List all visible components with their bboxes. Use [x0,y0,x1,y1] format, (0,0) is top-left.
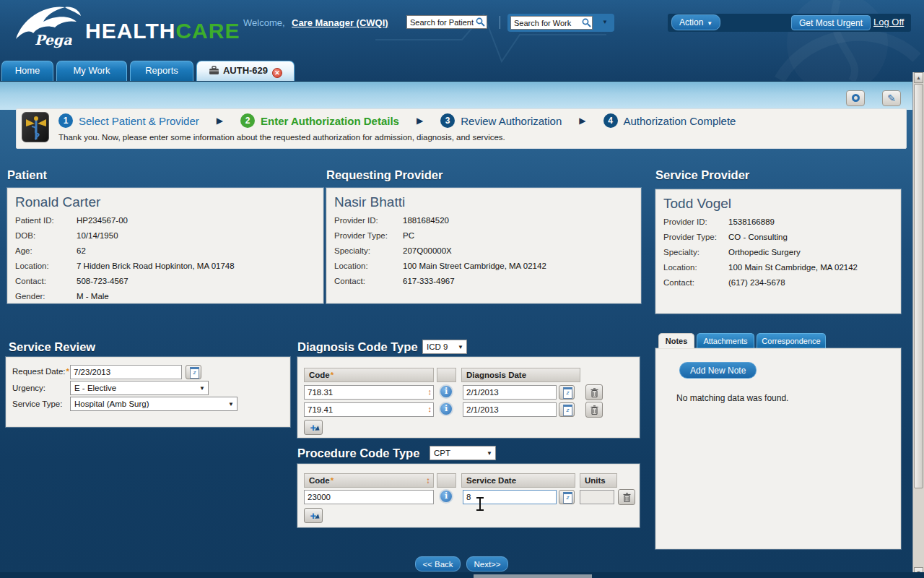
scroll-up-icon[interactable]: ▲ [914,72,923,83]
delete-diagnosis-row-icon-1[interactable] [585,384,603,400]
field-label: Location: [334,262,403,270]
field-value: 617-333-4967 [403,277,633,285]
tab-correspondence[interactable]: Correspondence [757,333,826,348]
delete-diagnosis-row-icon-2[interactable] [585,402,603,418]
next-button[interactable]: Next>> [466,556,508,571]
diagnosis-date-input-2[interactable] [463,402,557,417]
step-authorization-complete[interactable]: 4Authorization Complete [603,113,736,128]
procedure-code-column-header: Code*↕ [304,473,434,488]
diagnosis-code-input-1[interactable] [304,385,434,400]
diagnosis-date-calendar-icon-1[interactable] [559,385,575,400]
header-divider [500,16,500,29]
field-label: Specialty: [334,246,403,255]
field-value: Orthopedic Surgery [728,248,873,256]
service-type-select[interactable]: Hospital (Amb Surg) [70,397,237,411]
units-input[interactable] [580,490,614,504]
patient-panel: Ronald Carter Patient ID:HP234567-00 DOB… [7,188,323,303]
field-value: 1538166889 [728,217,873,226]
wizard-instruction-text: Thank you. Now, please enter some inform… [58,133,505,142]
get-most-urgent-button[interactable]: Get Most Urgent [791,15,871,30]
tab-my-work[interactable]: My Work [56,61,127,81]
service-date-input[interactable] [463,490,557,504]
back-button[interactable]: << Back [415,556,461,571]
diagnosis-date-input-1[interactable] [463,385,557,400]
tab-attachments[interactable]: Attachments [697,333,754,348]
no-data-message: No matching data was found. [676,393,788,403]
step-select-patient-provider[interactable]: 1Select Patient & Provider [58,113,199,128]
procedure-info-icon[interactable]: i [439,489,453,504]
procedure-code-input[interactable] [304,490,434,504]
search-work-input[interactable] [510,16,593,30]
delete-procedure-row-icon[interactable] [618,489,635,505]
step-enter-authorization-details[interactable]: 2Enter Authorization Details [240,113,399,128]
patient-section-title: Patient [7,168,47,182]
diagnosis-info-icon-1[interactable]: i [439,384,453,399]
tab-auth-629[interactable]: AUTH-629✕ [196,61,295,81]
tab-notes[interactable]: Notes [658,333,694,348]
field-value: 1881684520 [403,216,633,225]
field-label: Provider Type: [663,233,728,241]
service-review-panel: Request Date:* Urgency: E - Elective Ser… [6,357,290,427]
tab-reports[interactable]: Reports [130,61,193,81]
caduceus-icon [22,112,49,142]
sub-header-band: ✎ [0,81,924,110]
scrollbar-thumb[interactable] [914,84,923,488]
search-work-dropdown-icon[interactable]: ▼ [598,17,611,27]
search-work-icon[interactable] [582,18,591,27]
briefcase-icon [209,63,219,82]
service-review-section-title: Service Review [9,340,95,354]
field-label: Contact: [334,277,403,285]
code-header-text: Code [309,371,330,379]
field-value: 62 [77,246,315,255]
request-date-label: Request Date:* [12,367,69,376]
field-value: HP234567-00 [77,216,315,225]
close-tab-icon[interactable]: ✕ [272,68,282,78]
diagnosis-date-calendar-icon-2[interactable] [559,402,575,417]
add-new-note-button[interactable]: Add New Note [679,362,757,379]
wizard-bar: 1Select Patient & Provider ▶ 2Enter Auth… [16,108,907,149]
log-off-link[interactable]: Log Off [873,17,904,27]
add-diagnosis-row-icon[interactable]: + [304,420,323,435]
field-value: PC [403,231,633,240]
service-date-calendar-icon[interactable] [559,490,575,504]
diagnosis-code-type-select[interactable]: ICD 9 [422,340,467,354]
pen-glyph: ✎ [887,92,896,104]
request-date-calendar-icon[interactable] [186,365,201,379]
patient-fields: Patient ID:HP234567-00 DOB:10/14/1950 Ag… [8,215,323,302]
diagnosis-code-input-2[interactable] [304,402,434,417]
diagnosis-info-icon-2[interactable]: i [439,402,453,416]
requesting-provider-section-title: Requesting Provider [326,168,443,182]
autocomplete-spinner-icon[interactable]: ↕ [428,387,432,396]
diagnosis-code-type-value: ICD 9 [427,342,448,351]
step-review-authorization[interactable]: 3Review Authorization [440,113,562,128]
note-pen-icon[interactable]: ✎ [882,90,901,106]
procedure-code-type-title: Procedure Code Type [297,447,419,460]
sort-arrows-icon[interactable]: ↕ [426,474,430,487]
main-tab-bar: Home My Work Reports AUTH-629✕ [0,61,924,81]
requesting-provider-panel: Nasir Bhatti Provider ID:1881684520 Prov… [326,188,641,303]
service-type-selected-value: Hospital (Amb Surg) [74,400,149,408]
tab-home[interactable]: Home [1,61,53,81]
request-date-input[interactable] [70,365,182,379]
field-label: Specialty: [663,248,728,256]
step-3-label: Review Authorization [461,115,562,127]
diagnosis-code-type-title: Diagnosis Code Type [297,340,418,354]
field-label: Location: [663,263,728,272]
vertical-scrollbar[interactable]: ▲ ▼ [912,72,924,578]
search-patient-icon[interactable] [476,17,485,27]
user-profile-link[interactable]: Care Manager (CWQI) [292,17,388,28]
add-procedure-row-icon[interactable]: + [304,508,323,523]
step-1-number: 1 [58,113,73,128]
field-value: 100 Main St Cambridge, MA 02142 [728,263,873,272]
procedure-code-type-select[interactable]: CPT [430,446,496,460]
autocomplete-spinner-icon[interactable]: ↕ [428,405,432,413]
help-ring-glyph [852,94,860,102]
urgency-select[interactable]: E - Elective [70,381,209,395]
help-icon[interactable] [846,90,865,106]
table-row [304,490,434,504]
service-type-label: Service Type: [12,400,62,408]
search-work-group: ▼ [507,14,614,32]
action-button[interactable]: Action▼ [671,14,720,30]
code-header-text: Code [309,476,330,485]
diagnosis-panel: Code* Diagnosis Date ↕ i ↕ i + [297,357,640,438]
